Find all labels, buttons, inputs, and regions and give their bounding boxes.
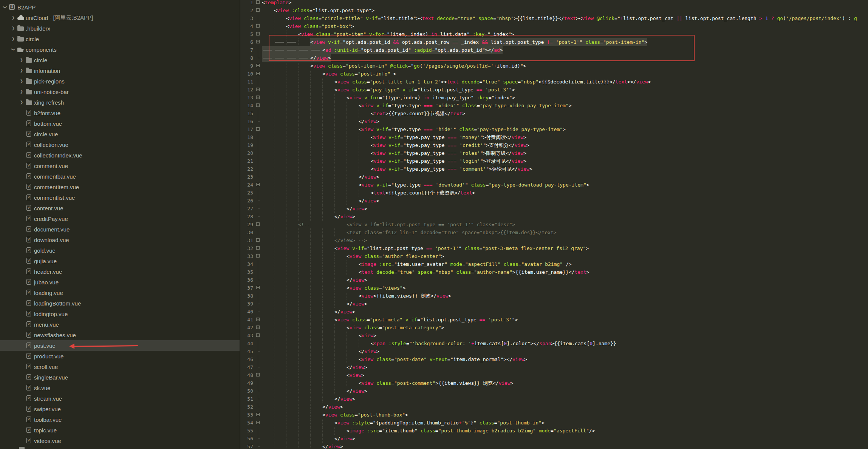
tree-item-sk-vue[interactable]: sk.vue (0, 383, 240, 393)
tree-item-xing-refresh[interactable]: ❯xing-refresh (0, 97, 240, 108)
code-line[interactable]: 46<view class="post-date" v-text="item.d… (240, 355, 868, 363)
code-line[interactable]: 30<text class="fs12 lin-1" decode="true"… (240, 228, 868, 236)
fold-toggle-icon[interactable] (255, 181, 261, 189)
chevron-right-icon[interactable]: ❯ (18, 86, 25, 97)
tree-item-b2font-vue[interactable]: b2font.vue (0, 108, 240, 118)
fold-toggle-icon[interactable] (255, 94, 261, 102)
code-line[interactable]: 18<view v-if="type.pay_type === 'money'"… (240, 133, 868, 141)
tree-item-lodingtop-vue[interactable]: lodingtop.vue (0, 309, 240, 319)
tree-item-header-vue[interactable]: header.vue (0, 266, 240, 277)
fold-toggle-icon[interactable] (255, 62, 261, 70)
code-line[interactable]: 11<view class="post-title lin-1 lin-2"><… (240, 78, 868, 86)
chevron-right-icon[interactable]: ❯ (10, 12, 17, 23)
code-line[interactable]: 1<template> (240, 0, 868, 6)
code-line[interactable]: 33<view class="author flex-center"> (240, 252, 868, 260)
tree-item-B2APP[interactable]: ❯B2APP (0, 2, 240, 12)
code-line[interactable]: 19<view v-if="type.pay_type === 'credit'… (240, 141, 868, 149)
tree-item-bottom-vue[interactable]: bottom.vue (0, 118, 240, 129)
code-line[interactable]: 48<view> (240, 371, 868, 379)
code-line[interactable]: 40</view> (240, 308, 868, 316)
tree-item-components[interactable]: ❯components (0, 44, 240, 55)
code-line[interactable]: 57</view> (240, 443, 868, 449)
code-line[interactable]: 44<span :style="'background-color: '+ite… (240, 339, 868, 347)
tree-item-gold-vue[interactable]: gold.vue (0, 245, 240, 256)
fold-toggle-icon[interactable] (255, 371, 261, 379)
code-line[interactable]: 34<image :src="item.user_avatar" mode="a… (240, 260, 868, 268)
code-line[interactable]: 49<view class="post-comment">{{item.view… (240, 379, 868, 387)
tree-item-videos-vue[interactable]: videos.vue (0, 435, 240, 446)
code-line[interactable]: 32<view v-if="list.opt.post_type == 'pos… (240, 244, 868, 252)
tree-item-commentItem-vue[interactable]: commentItem.vue (0, 182, 240, 192)
code-line[interactable]: 21<view v-if="type.pay_type === 'login'"… (240, 157, 868, 165)
fold-toggle-icon[interactable] (255, 221, 261, 228)
fold-toggle-icon[interactable] (255, 236, 261, 244)
fold-toggle-icon[interactable] (255, 70, 261, 78)
code-line[interactable]: 35<text decode="true" space="nbsp" class… (240, 268, 868, 276)
tree-item-topic-vue[interactable]: topic.vue (0, 425, 240, 435)
fold-toggle-icon[interactable] (255, 419, 261, 427)
tree-item-comment-vue[interactable]: comment.vue (0, 160, 240, 171)
chevron-right-icon[interactable]: ❯ (10, 34, 17, 44)
tree-item-post-vue[interactable]: post.vue (0, 340, 240, 351)
tree-item-uni-notice-bar[interactable]: ❯uni-notice-bar (0, 86, 240, 97)
code-line[interactable]: 37<view class="views"> (240, 284, 868, 292)
tree-item-uniCloud[interactable]: ❯uniCloud- [阿里云:B2APP] (0, 12, 240, 23)
code-line[interactable]: 10<view class="post-info" > (240, 70, 868, 78)
fold-toggle-icon[interactable] (255, 324, 261, 332)
tree-item-newsflashes-vue[interactable]: newsflashes.vue (0, 330, 240, 340)
code-line[interactable]: 16</view> (240, 117, 868, 125)
fold-toggle-icon[interactable] (255, 6, 261, 14)
chevron-right-icon[interactable]: ❯ (18, 65, 25, 76)
tree-item-circle[interactable]: ❯circle (0, 34, 240, 44)
fold-toggle-icon[interactable] (255, 332, 261, 339)
code-line[interactable]: 51</view> (240, 395, 868, 403)
fold-toggle-icon[interactable] (255, 22, 261, 30)
fold-toggle-icon[interactable] (255, 284, 261, 292)
code-line[interactable]: 29<!--<view v-if="list.opt.post_type == … (240, 221, 868, 228)
code-line[interactable]: 5<view class="post-item" v-for="(item,_i… (240, 30, 868, 38)
code-line[interactable]: 56</view> (240, 435, 868, 443)
tree-item-circle-vue[interactable]: circle.vue (0, 129, 240, 139)
code-line[interactable]: 27</view> (240, 205, 868, 213)
tree-item-commentbar-vue[interactable]: commentbar.vue (0, 171, 240, 182)
code-line[interactable]: 41<view class="post-meta" v-if="list.opt… (240, 316, 868, 324)
code-line[interactable]: 3<view class="circle-title" v-if="list.t… (240, 14, 868, 22)
tree-item-content-vue[interactable]: content.vue (0, 203, 240, 213)
fold-toggle-icon[interactable] (255, 125, 261, 133)
tree-item-collection-vue[interactable]: collection.vue (0, 139, 240, 150)
fold-toggle-icon[interactable] (255, 244, 261, 252)
tree-item-loading-vue[interactable]: loading.vue (0, 287, 240, 298)
fold-toggle-icon[interactable] (255, 252, 261, 260)
code-line[interactable]: 7<ad :unit-id="opt.ads.post_id" :adpid="… (240, 46, 868, 54)
code-line[interactable]: 39</view> (240, 300, 868, 308)
fold-toggle-icon[interactable] (255, 411, 261, 419)
code-line[interactable]: 26</view> (240, 197, 868, 205)
code-line[interactable]: 55<image :src="item.thumb" class="post-t… (240, 427, 868, 435)
code-line[interactable]: 31</view> --> (240, 236, 868, 244)
fold-toggle-icon[interactable] (255, 86, 261, 94)
code-line[interactable]: 43<view> (240, 332, 868, 339)
code-line[interactable]: 42<view class="post-meta-category"> (240, 324, 868, 332)
tree-item-loadingBottom-vue[interactable]: loadingBottom.vue (0, 298, 240, 309)
tree-item-pick-regions[interactable]: ❯pick-regions (0, 76, 240, 86)
chevron-right-icon[interactable]: ❯ (18, 55, 25, 65)
tree-item-collectionIndex-vue[interactable]: collectionIndex.vue (0, 150, 240, 160)
tree-item-swiper-vue[interactable]: swiper.vue (0, 404, 240, 414)
fold-toggle-icon[interactable] (255, 0, 261, 6)
fold-toggle-icon[interactable] (255, 38, 261, 46)
code-line[interactable]: 20<view v-if="type.pay_type === 'roles'"… (240, 149, 868, 157)
tree-item-gujia-vue[interactable]: gujia.vue (0, 256, 240, 266)
tree-item-creditPay-vue[interactable]: creditPay.vue (0, 213, 240, 224)
code-line[interactable]: 6<view v-if="opt.ads.post_id && opt.ads.… (240, 38, 868, 46)
code-line[interactable]: 24<view v-if="type.type === 'download'" … (240, 181, 868, 189)
tree-item-toolbar-vue[interactable]: toolbar.vue (0, 414, 240, 425)
code-line[interactable]: 14<view v-if="type.type === 'video'" cla… (240, 102, 868, 110)
tree-item-menu-vue[interactable]: menu.vue (0, 319, 240, 330)
tree-item-document-vue[interactable]: document.vue (0, 224, 240, 235)
code-line[interactable]: 2<view :class="list.opt.post_type"> (240, 6, 868, 14)
code-line[interactable]: 12<view class="pay-type" v-if="list.opt.… (240, 86, 868, 94)
fold-toggle-icon[interactable] (255, 30, 261, 38)
chevron-right-icon[interactable]: ❯ (10, 23, 17, 34)
code-line[interactable]: 15<text>{{type.count}}节视频</text> (240, 110, 868, 117)
code-line[interactable]: 36</view> (240, 276, 868, 284)
